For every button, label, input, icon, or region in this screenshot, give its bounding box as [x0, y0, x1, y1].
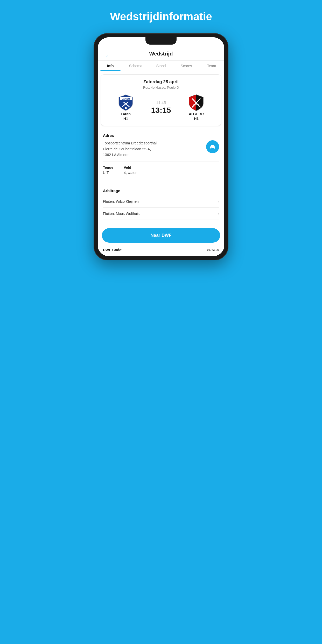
match-card: Zaterdag 28 april Res. 4e klasse, Poule … [101, 74, 221, 126]
dwf-code-value: 3876GA [206, 248, 219, 252]
arbitrage-item-2[interactable]: Fluiten: Moos Wolthuis › [103, 208, 219, 220]
arbitrage-name-1: Fluiten: Wilco Kleijnen [103, 199, 139, 204]
navigation-button[interactable] [206, 140, 219, 153]
home-team-name: Laren H1 [121, 112, 131, 121]
veld-label: Veld [124, 165, 137, 170]
tenue-veld-row: Tenue UIT Veld 4, water [103, 165, 219, 178]
address-section: Adres Topsportcentrum Breedtesporthal, P… [98, 129, 224, 182]
chevron-right-icon-1: › [218, 199, 219, 204]
screen-inner: ← Wedstrijd Info Schema Stand Scores Tea… [98, 37, 224, 256]
arbitrage-item-1[interactable]: Fluiten: Wilco Kleijnen › [103, 195, 219, 208]
phone-screen: ← Wedstrijd Info Schema Stand Scores Tea… [98, 37, 224, 256]
veld-col: Veld 4, water [124, 165, 137, 175]
phone-notch [145, 37, 177, 45]
arbitrage-name-2: Fluiten: Moos Wolthuis [103, 212, 139, 216]
laren-logo: LAREN [117, 94, 135, 112]
ahbc-logo: ah&bc [187, 94, 205, 112]
tenue-col: Tenue UIT [103, 165, 113, 175]
score-time: 11:45 [156, 100, 166, 105]
tab-info[interactable]: Info [98, 61, 123, 71]
tab-team[interactable]: Team [199, 61, 224, 71]
address-label: Adres [103, 133, 219, 138]
chevron-right-icon-2: › [218, 211, 219, 216]
svg-text:ah&bc: ah&bc [193, 103, 200, 106]
address-row: Topsportcentrum Breedtesporthal, Pierre … [103, 140, 219, 162]
svg-text:LAREN: LAREN [122, 97, 130, 100]
dwf-section: Naar DWF DWF Code: 3876GA [98, 223, 224, 256]
page-background-title: Wedstrijdinformatie [83, 10, 239, 23]
tab-bar: Info Schema Stand Scores Team [98, 61, 224, 71]
tab-schema[interactable]: Schema [123, 61, 149, 71]
arbitrage-section: Arbitrage Fluiten: Wilco Kleijnen › Flui… [98, 184, 224, 221]
veld-value: 4, water [124, 171, 137, 175]
dwf-code-label: DWF Code: [103, 248, 122, 252]
address-text: Topsportcentrum Breedtesporthal, Pierre … [103, 140, 158, 158]
match-competition: Res. 4e klasse, Poule D [105, 86, 217, 89]
car-icon [209, 143, 216, 150]
score-main: 13:15 [151, 106, 171, 115]
dwf-button[interactable]: Naar DWF [102, 228, 220, 243]
arbitrage-title: Arbitrage [103, 188, 219, 193]
phone-mockup: ← Wedstrijd Info Schema Stand Scores Tea… [94, 33, 228, 260]
away-team-block: ah&bc AH & BC H1 [181, 94, 212, 121]
score-block: 11:45 13:15 [151, 100, 171, 115]
away-team-name: AH & BC H1 [189, 112, 204, 121]
back-button[interactable]: ← [103, 51, 114, 61]
header-title: Wedstrijd [149, 51, 173, 60]
svg-point-4 [125, 107, 127, 109]
tenue-value: UIT [103, 171, 113, 175]
match-teams: LAREN Laren H1 [105, 94, 217, 121]
match-date: Zaterdag 28 april [105, 79, 217, 85]
tab-stand[interactable]: Stand [148, 61, 174, 71]
tenue-label: Tenue [103, 165, 113, 170]
tab-scores[interactable]: Scores [174, 61, 199, 71]
home-team-block: LAREN Laren H1 [110, 94, 141, 121]
dwf-code-row: DWF Code: 3876GA [102, 247, 220, 256]
